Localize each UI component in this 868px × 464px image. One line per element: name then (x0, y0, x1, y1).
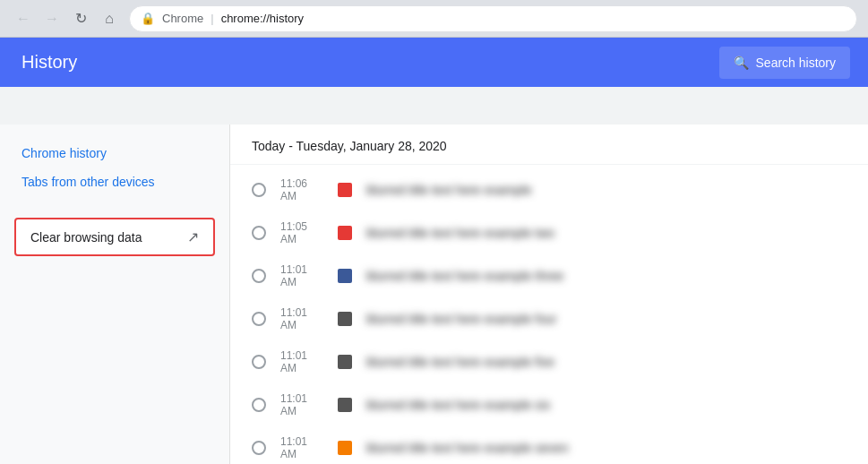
item-favicon (338, 226, 352, 240)
item-favicon (338, 183, 352, 197)
item-checkbox[interactable] (252, 312, 266, 326)
sidebar: Chrome history Tabs from other devices C… (0, 125, 229, 464)
history-item[interactable]: 11:01 AM blurred title text here example… (230, 340, 868, 383)
item-title: blurred title text here example seven (366, 441, 847, 455)
item-time: 11:01 AM (280, 392, 323, 417)
item-favicon (338, 355, 352, 369)
item-title: blurred title text here example five (366, 355, 847, 369)
search-history-label: Search history (756, 56, 836, 70)
back-button[interactable]: ← (11, 6, 36, 31)
item-time: 11:01 AM (280, 263, 323, 288)
browser-chrome: ← → ↻ ⌂ 🔒 Chrome | chrome://history (0, 0, 868, 38)
item-checkbox[interactable] (252, 183, 266, 197)
lock-icon: 🔒 (141, 12, 155, 25)
history-item[interactable]: 11:01 AM blurred title text here example… (230, 297, 868, 340)
history-item[interactable]: 11:01 AM blurred title text here example… (230, 426, 868, 464)
address-url: chrome://history (221, 12, 304, 25)
item-checkbox[interactable] (252, 398, 266, 412)
item-checkbox[interactable] (252, 441, 266, 455)
main-area: Chrome history Tabs from other devices C… (0, 125, 868, 464)
item-checkbox[interactable] (252, 226, 266, 240)
item-title: blurred title text here example six (366, 398, 847, 412)
item-time: 11:01 AM (280, 349, 323, 374)
item-favicon (338, 269, 352, 283)
item-title: blurred title text here example three (366, 269, 847, 283)
item-title: blurred title text here example two (366, 226, 847, 240)
item-checkbox[interactable] (252, 269, 266, 283)
forward-button[interactable]: → (39, 6, 64, 31)
history-items: 11:06 AM blurred title text here example… (230, 165, 868, 464)
item-time: 11:01 AM (280, 306, 323, 331)
sidebar-item-chrome-history[interactable]: Chrome history (0, 139, 229, 168)
date-header: Today - Tuesday, January 28, 2020 (230, 125, 868, 165)
item-time: 11:01 AM (280, 435, 323, 460)
site-name: Chrome (162, 12, 203, 25)
item-favicon (338, 441, 352, 455)
nav-buttons: ← → ↻ ⌂ (11, 6, 122, 31)
search-icon: 🔍 (734, 56, 749, 70)
history-item[interactable]: 11:01 AM blurred title text here example… (230, 254, 868, 297)
refresh-button[interactable]: ↻ (68, 6, 93, 31)
item-time: 11:06 AM (280, 177, 323, 202)
content-area: Today - Tuesday, January 28, 2020 11:06 … (229, 125, 868, 464)
search-history-button[interactable]: 🔍 Search history (719, 47, 850, 79)
address-bar[interactable]: 🔒 Chrome | chrome://history (129, 5, 857, 32)
clear-browsing-data-button[interactable]: Clear browsing data ↗ (14, 218, 215, 256)
item-title: blurred title text here example four (366, 312, 847, 326)
history-item[interactable]: 11:01 AM blurred title text here example… (230, 383, 868, 426)
item-favicon (338, 398, 352, 412)
item-time: 11:05 AM (280, 220, 323, 245)
external-link-icon: ↗ (187, 228, 199, 245)
sidebar-divider (0, 196, 229, 211)
address-separator: | (211, 12, 213, 25)
item-checkbox[interactable] (252, 355, 266, 369)
item-title: blurred title text here example (366, 183, 847, 197)
history-title: History (21, 52, 77, 73)
item-favicon (338, 312, 352, 326)
history-item[interactable]: 11:05 AM blurred title text here example… (230, 211, 868, 254)
history-header: History 🔍 Search history (0, 38, 868, 87)
clear-browsing-data-label: Clear browsing data (30, 230, 178, 245)
home-button[interactable]: ⌂ (97, 6, 122, 31)
sidebar-item-tabs-other-devices[interactable]: Tabs from other devices (0, 168, 229, 196)
history-item[interactable]: 11:06 AM blurred title text here example (230, 168, 868, 211)
